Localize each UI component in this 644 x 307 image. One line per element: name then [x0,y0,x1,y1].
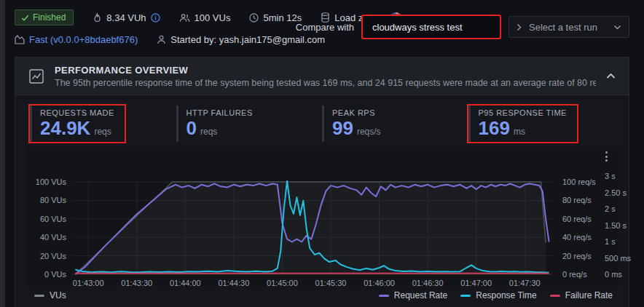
legend-item-vus[interactable]: VUs [34,290,66,300]
runner-info: Fast (v0.0.0+8bdaebf676) [15,34,138,45]
chevron-right-icon [517,23,522,31]
stat-p95-response-time: P95 RESPONSE TIME169ms [468,105,615,139]
legend-item-response-time[interactable]: Response Time [460,290,536,300]
panel-header[interactable]: PERFORMANCE OVERVIEW The 95th percentile… [15,57,629,95]
status-badge: Finished [15,9,74,25]
y-axis-time-tick: 1 s [605,236,616,247]
y-axis-vus-tick: 100 VUs [25,177,66,187]
runner-link[interactable]: Fast (v0.0.0+8bdaebf676) [29,34,138,45]
y-axis-rate-tick: 40 req/s [562,232,592,242]
y-axis-vus-tick: 80 VUs [25,195,66,205]
flame-icon [93,12,102,23]
x-axis-time-tick: 01:47:30 [509,278,541,288]
y-axis-time-tick: 1.50 s [605,220,627,231]
y-axis-time-tick: 3 s [605,171,616,181]
compare-with-label: Compare with [296,22,354,33]
x-axis-time-tick: 01:45:30 [315,278,347,288]
stats-row: REQUESTS MADE24.9KreqsHTTP FAILURES0reqs… [15,95,629,146]
stat-requests-made: REQUESTS MADE24.9Kreqs [30,105,176,139]
legend-item-failure-rate[interactable]: Failure Rate [550,290,613,300]
chart-legend: VUs Request RateResponse TimeFailure Rat… [15,286,629,300]
info-icon[interactable] [151,13,160,23]
panel-subtitle: The 95th percentile response time of the… [55,78,596,88]
stat-peak-rps: PEAK RPS99reqs/s [322,105,468,139]
status-badge-label: Finished [33,12,66,23]
y-axis-vus-tick: 60 VUs [25,214,66,224]
collapsed-sidebar-edge [0,0,5,307]
compare-controls: Compare with Select a test run [296,16,629,38]
x-axis-time-tick: 01:45:00 [267,278,298,288]
y-axis-vus-tick: 40 VUs [25,232,66,242]
y-axis-time-tick: 500 ms [605,253,631,263]
y-axis-vus-tick: 0 VUs [25,269,66,279]
x-axis-time-tick: 01:44:30 [218,278,249,288]
check-icon [21,14,29,22]
y-axis-rate-tick: 100 req/s [562,177,596,187]
chevron-down-icon [613,25,621,30]
stat-http-failures: HTTP FAILURES0reqs [176,105,323,139]
x-axis-time-tick: 01:43:30 [121,278,152,288]
vus-metric: 100 VUs [179,12,231,23]
legend-swatch [550,295,560,297]
legend-swatch [460,295,471,297]
performance-chart: 0 VUs20 VUs40 VUs60 VUs80 VUs100 VUs0 re… [25,146,619,286]
trend-chart-icon [15,35,25,44]
users-icon [179,13,190,23]
x-axis-time-tick: 01:47:00 [460,278,492,288]
chart-menu-kebab-icon[interactable] [600,149,613,164]
chart-plot-area[interactable] [72,151,552,280]
legend-item-request-rate[interactable]: Request Rate [379,290,447,300]
select-test-run-label: Select a test run [529,22,606,33]
clock-icon [249,13,259,23]
vuh-metric: 8.34 VUh [93,12,160,23]
x-axis-time-tick: 01:46:00 [364,278,395,288]
y-axis-rate-tick: 0 req/s [562,269,587,279]
y-axis-rate-tick: 60 req/s [562,214,592,224]
legend-swatch [379,295,389,297]
person-icon [157,35,166,44]
y-axis-time-tick: 2.50 s [605,188,627,198]
y-axis-vus-tick: 20 VUs [25,251,66,261]
line-chart-icon [28,68,44,84]
chevron-up-icon[interactable] [606,73,616,79]
series-area-vus [75,182,546,274]
compare-test-input[interactable] [363,16,500,38]
x-axis-time-tick: 01:43:00 [73,278,104,288]
select-test-run-dropdown[interactable]: Select a test run [508,16,629,38]
x-axis-time-tick: 01:44:00 [170,278,201,288]
y-axis-rate-tick: 80 req/s [562,195,592,205]
y-axis-time-tick: 2 s [605,204,616,214]
legend-swatch [34,295,44,297]
performance-overview-panel: PERFORMANCE OVERVIEW The 95th percentile… [15,57,629,307]
y-axis-time-tick: 0 ms [605,269,622,279]
duration-metric: 5min 12s [249,12,302,23]
vus-value: 100 VUs [195,12,231,23]
y-axis-rate-tick: 20 req/s [562,251,592,261]
panel-title: PERFORMANCE OVERVIEW [55,65,596,76]
x-axis-time-tick: 01:46:30 [412,278,444,288]
vuh-value: 8.34 VUh [106,12,146,23]
